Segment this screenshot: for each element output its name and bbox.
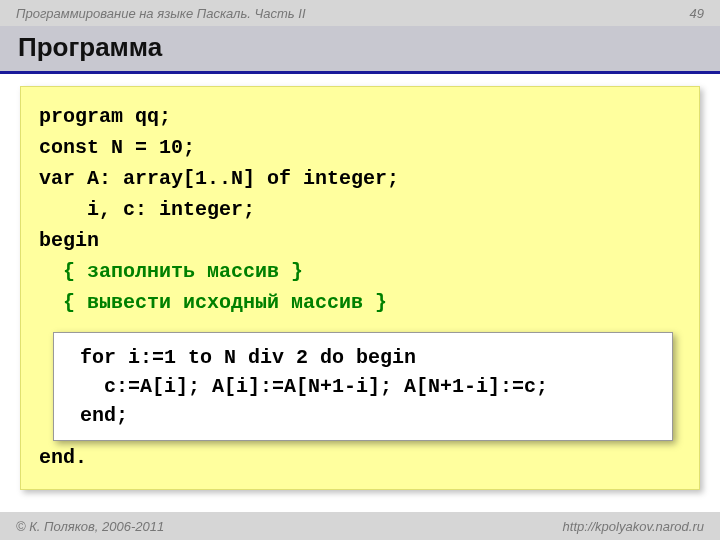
slide-title: Программа bbox=[18, 32, 702, 63]
overlay-line: for i:=1 to N div 2 do begin bbox=[68, 343, 658, 372]
code-line: var A: array[1..N] of integer; bbox=[39, 163, 681, 194]
overlay-line: c:=A[i]; A[i]:=A[N+1-i]; A[N+1-i]:=c; bbox=[68, 372, 658, 401]
code-overlay: for i:=1 to N div 2 do begin c:=A[i]; A[… bbox=[53, 332, 673, 441]
slide-footer: © К. Поляков, 2006-2011 http://kpolyakov… bbox=[0, 512, 720, 540]
title-bar: Программа bbox=[0, 26, 720, 74]
code-line: program qq; bbox=[39, 101, 681, 132]
course-title: Программирование на языке Паскаль. Часть… bbox=[16, 6, 306, 21]
code-block: program qq; const N = 10; var A: array[1… bbox=[20, 86, 700, 490]
code-line: i, c: integer; bbox=[39, 194, 681, 225]
overlay-line: end; bbox=[68, 401, 658, 430]
page-number: 49 bbox=[690, 6, 704, 21]
code-comment: { вывести исходный массив } bbox=[39, 287, 681, 318]
slide-header: Программирование на языке Паскаль. Часть… bbox=[0, 0, 720, 26]
slide-content: program qq; const N = 10; var A: array[1… bbox=[0, 74, 720, 490]
footer-url: http://kpolyakov.narod.ru bbox=[563, 519, 704, 534]
copyright: © К. Поляков, 2006-2011 bbox=[16, 519, 164, 534]
code-line: const N = 10; bbox=[39, 132, 681, 163]
code-line: begin bbox=[39, 225, 681, 256]
code-comment: { заполнить массив } bbox=[39, 256, 681, 287]
code-line: end. bbox=[39, 442, 681, 473]
